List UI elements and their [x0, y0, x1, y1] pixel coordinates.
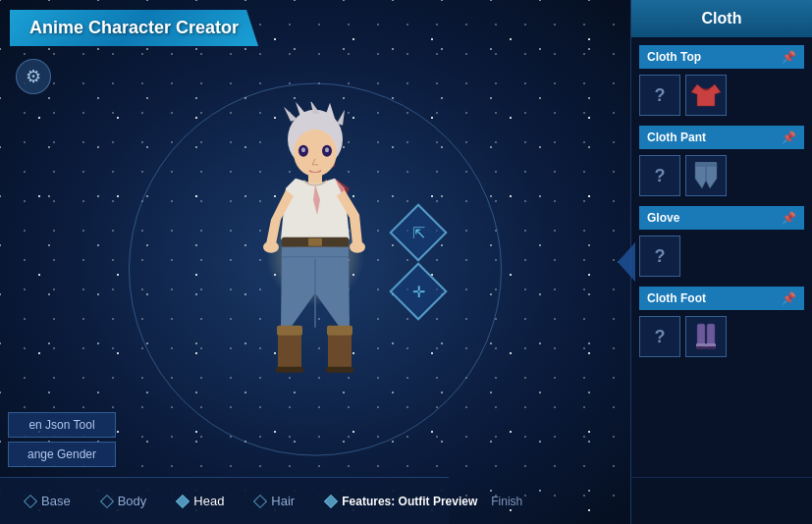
nav-label-body: Body [118, 494, 147, 508]
svg-marker-5 [337, 110, 345, 126]
svg-rect-14 [308, 238, 322, 246]
cloth-pant-section: Cloth Pant 📌 ? [639, 126, 804, 196]
character-figure [237, 102, 394, 436]
glove-section: Glove 📌 ? [639, 206, 804, 277]
nav-item-head[interactable]: Head [162, 494, 240, 508]
nav-label-hair: Hair [271, 494, 295, 508]
cloth-top-item-shirt[interactable] [685, 75, 727, 116]
app-container: Anime Character Creator ⚙ [0, 0, 812, 524]
bottom-nav: Base Body Head Hair Features: Outfit Pre… [0, 477, 449, 524]
svg-rect-27 [697, 324, 705, 345]
svg-marker-4 [325, 103, 335, 119]
cloth-top-section: Cloth Top 📌 ? [639, 45, 804, 116]
svg-point-15 [263, 241, 279, 253]
panel-title: Cloth [702, 10, 742, 26]
cloth-top-header: Cloth Top 📌 [639, 45, 804, 69]
json-tool-button[interactable]: en Json Tool [8, 412, 116, 438]
nav-diamond-cloth [324, 494, 338, 507]
nav-diamond-base [24, 494, 37, 507]
gender-button[interactable]: ange Gender [8, 442, 116, 467]
nav-diamond-head [176, 494, 189, 507]
cloth-top-items: ? [639, 75, 804, 116]
cloth-foot-section: Cloth Foot 📌 ? [639, 287, 804, 357]
svg-marker-2 [296, 102, 307, 117]
shirt-icon [688, 78, 724, 113]
cloth-top-item-question[interactable]: ? [639, 75, 680, 116]
svg-point-10 [301, 147, 305, 152]
svg-point-11 [325, 147, 329, 152]
glove-pin-icon[interactable]: 📌 [782, 211, 796, 225]
right-panel-bottom [631, 477, 812, 524]
cloth-pant-item-pants[interactable] [685, 155, 727, 196]
svg-rect-24 [326, 367, 353, 373]
glove-item-question[interactable]: ? [639, 236, 680, 277]
cloth-foot-pin-icon[interactable]: 📌 [782, 291, 796, 305]
cloth-top-pin-icon[interactable]: 📌 [782, 50, 796, 64]
cloth-foot-header: Cloth Foot 📌 [639, 287, 804, 310]
svg-point-16 [350, 241, 365, 253]
cloth-pant-label: Cloth Pant [647, 131, 706, 144]
right-panel: Cloth Cloth Top 📌 ? [630, 0, 812, 524]
glove-header: Glove 📌 [639, 206, 804, 230]
bottom-buttons: en Json Tool ange Gender [8, 412, 116, 467]
title-bar: Anime Character Creator [10, 10, 258, 46]
nav-label-head: Head [193, 494, 224, 508]
nav-item-body[interactable]: Body [86, 494, 163, 508]
cloth-foot-item-question[interactable]: ? [639, 316, 680, 357]
cloth-pant-header: Cloth Pant 📌 [639, 126, 804, 149]
svg-rect-22 [327, 326, 352, 336]
cloth-pant-items: ? [639, 155, 804, 196]
svg-marker-1 [284, 107, 298, 122]
nav-item-hair[interactable]: Hair [240, 494, 310, 508]
character-viewport: Anime Character Creator ⚙ [0, 0, 630, 524]
svg-rect-26 [695, 162, 717, 167]
cloth-foot-label: Cloth Foot [647, 291, 706, 305]
nav-diamond-top[interactable]: ⇱ [389, 203, 447, 261]
svg-rect-31 [696, 346, 706, 349]
nav-diamond-bottom[interactable]: ✛ [389, 262, 447, 320]
cloth-pant-pin-icon[interactable]: 📌 [782, 131, 796, 144]
pants-icon [688, 158, 724, 193]
glove-label: Glove [647, 211, 679, 225]
nav-diamond-body [100, 494, 114, 507]
panel-header: Cloth [631, 0, 812, 37]
cloth-top-label: Cloth Top [647, 50, 701, 64]
cloth-foot-item-boots[interactable] [685, 316, 727, 357]
boots-icon [688, 319, 724, 354]
svg-rect-32 [706, 346, 716, 349]
cloth-foot-items: ? [639, 316, 804, 357]
svg-rect-21 [277, 326, 302, 336]
svg-rect-23 [276, 367, 303, 373]
panel-content: Cloth Top 📌 ? [631, 37, 812, 477]
nav-controls: ⇱ ✛ [398, 212, 439, 312]
nav-top-icon: ⇱ [412, 224, 425, 242]
svg-rect-28 [707, 324, 715, 345]
gear-icon: ⚙ [26, 66, 41, 87]
features-label: Features: Outfit Preview [342, 495, 477, 508]
app-title: Anime Character Creator [29, 18, 239, 37]
nav-label-base: Base [41, 494, 71, 508]
nav-item-base[interactable]: Base [10, 494, 86, 508]
cloth-pant-item-question[interactable]: ? [639, 155, 680, 196]
settings-button[interactable]: ⚙ [16, 59, 51, 94]
glove-items: ? [639, 236, 804, 277]
nav-item-cloth[interactable]: Features: Outfit Preview Finish [310, 495, 538, 508]
nav-bottom-icon: ✛ [412, 283, 425, 301]
nav-diamond-hair [253, 494, 267, 507]
finish-label[interactable]: Finish [491, 495, 522, 508]
